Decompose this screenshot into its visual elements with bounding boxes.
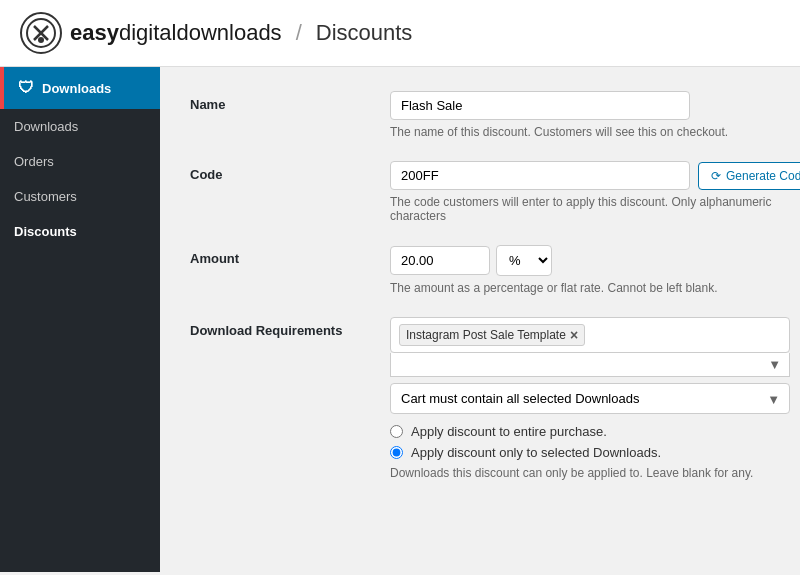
shield-icon: 🛡 [18, 79, 34, 97]
main-content: Name The name of this discount. Customer… [160, 67, 800, 572]
amount-input[interactable] [390, 246, 490, 275]
code-input-row: ⟳ Generate Code [390, 161, 800, 190]
amount-input-row: % flat [390, 245, 770, 276]
download-requirements-field: Instagram Post Sale Template × ▼ Cart mu… [390, 317, 790, 480]
name-input[interactable] [390, 91, 690, 120]
tags-container[interactable]: Instagram Post Sale Template × [390, 317, 790, 353]
sidebar-active-downloads[interactable]: 🛡 Downloads [0, 67, 160, 109]
code-label: Code [190, 161, 390, 182]
name-hint: The name of this discount. Customers wil… [390, 125, 770, 139]
generate-label: Generate Code [726, 169, 800, 183]
radio-selected-downloads[interactable]: Apply discount only to selected Download… [390, 445, 790, 460]
code-field: ⟳ Generate Code The code customers will … [390, 161, 800, 223]
code-row: Code ⟳ Generate Code The code customers … [190, 161, 770, 223]
tag-label: Instagram Post Sale Template [406, 328, 566, 342]
sidebar: 🛡 Downloads Downloads Orders Customers D… [0, 67, 160, 572]
main-layout: 🛡 Downloads Downloads Orders Customers D… [0, 67, 800, 572]
svg-point-3 [38, 37, 44, 43]
amount-unit-select[interactable]: % flat [496, 245, 552, 276]
code-input[interactable] [390, 161, 690, 190]
radio-selected-downloads-input[interactable] [390, 446, 403, 459]
amount-field: % flat The amount as a percentage or fla… [390, 245, 770, 295]
admin-header: easydigitaldownloads / Discounts [0, 0, 800, 67]
sidebar-item-customers[interactable]: Customers [0, 179, 160, 214]
tags-dropdown[interactable]: ▼ [390, 353, 790, 377]
discount-apply-radio-group: Apply discount to entire purchase. Apply… [390, 424, 790, 460]
download-requirements-hint: Downloads this discount can only be appl… [390, 466, 790, 480]
logo: easydigitaldownloads [20, 12, 282, 54]
dropdown-arrow: ▼ [768, 357, 781, 372]
amount-hint: The amount as a percentage or flat rate.… [390, 281, 770, 295]
radio-selected-downloads-label: Apply discount only to selected Download… [411, 445, 661, 460]
logo-text: easydigitaldownloads [70, 20, 282, 46]
sidebar-item-discounts[interactable]: Discounts [0, 214, 160, 249]
generate-icon: ⟳ [711, 169, 721, 183]
radio-entire-purchase-label: Apply discount to entire purchase. [411, 424, 607, 439]
amount-label: Amount [190, 245, 390, 266]
name-field: The name of this discount. Customers wil… [390, 91, 770, 139]
cart-select-wrapper: Cart must contain all selected Downloads… [390, 383, 790, 414]
download-requirements-row: Download Requirements Instagram Post Sal… [190, 317, 770, 480]
radio-entire-purchase[interactable]: Apply discount to entire purchase. [390, 424, 790, 439]
sidebar-active-label: Downloads [42, 81, 111, 96]
name-label: Name [190, 91, 390, 112]
cart-condition-select[interactable]: Cart must contain all selected Downloads… [390, 383, 790, 414]
generate-code-button[interactable]: ⟳ Generate Code [698, 162, 800, 190]
header-separator: / [296, 20, 302, 46]
page-title: Discounts [316, 20, 413, 46]
tag-remove-button[interactable]: × [570, 327, 578, 343]
name-row: Name The name of this discount. Customer… [190, 91, 770, 139]
download-requirements-label: Download Requirements [190, 317, 390, 338]
amount-row: Amount % flat The amount as a percentage… [190, 245, 770, 295]
logo-icon [20, 12, 62, 54]
radio-entire-purchase-input[interactable] [390, 425, 403, 438]
tag-instagram: Instagram Post Sale Template × [399, 324, 585, 346]
sidebar-item-orders[interactable]: Orders [0, 144, 160, 179]
code-hint: The code customers will enter to apply t… [390, 195, 800, 223]
sidebar-item-downloads[interactable]: Downloads [0, 109, 160, 144]
